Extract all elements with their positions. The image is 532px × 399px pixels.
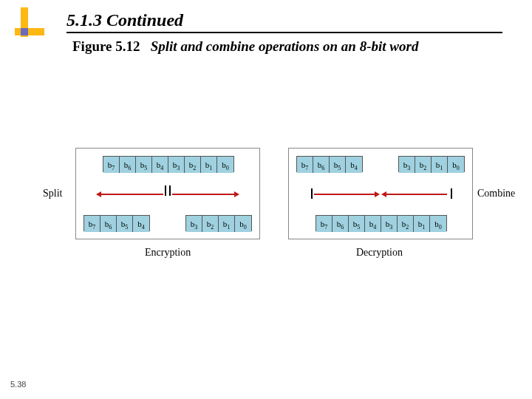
figure-caption: Split and combine operations on an 8-bit… [151, 38, 419, 54]
bit-cell: b7 [103, 157, 120, 173]
arrow-split-left [101, 194, 163, 195]
bit-cell: b2 [185, 157, 201, 173]
bit-cell: b1 [201, 157, 217, 173]
label-encryption: Encryption [145, 247, 191, 259]
tick-right-a [311, 188, 313, 199]
word-half-left-bottom: b7b6b5b4 [83, 215, 150, 231]
bit-cell: b2 [398, 216, 414, 232]
tick-left-a [165, 185, 166, 196]
arrow-combine-left [386, 194, 447, 195]
word-full-top-left: b7b6b5b4b3b2b1b0 [103, 156, 234, 172]
label-split: Split [43, 188, 62, 200]
bit-cell: b3 [186, 216, 202, 232]
tick-right-b [451, 188, 452, 199]
figure-diagram: b7b6b5b4b3b2b1b0 b7b6b5b4 b3b2b1b0 b7b6b… [44, 148, 488, 296]
arrow-combine-right [314, 194, 375, 195]
bit-cell: b0 [448, 157, 464, 173]
word-full-bottom-right: b7b6b5b4b3b2b1b0 [316, 215, 447, 231]
bit-cell: b1 [219, 216, 235, 232]
bit-cell: b0 [430, 216, 446, 232]
label-combine: Combine [477, 188, 515, 200]
bit-cell: b5 [136, 157, 152, 173]
bit-cell: b4 [133, 216, 149, 232]
bit-cell: b6 [120, 157, 136, 173]
bit-cell: b7 [297, 157, 313, 173]
word-half-right-top: b3b2b1b0 [398, 156, 465, 172]
bit-cell: b6 [313, 157, 330, 173]
bit-cell: b2 [202, 216, 219, 232]
slide-number: 5.38 [10, 380, 26, 389]
word-half-right-bottom: b3b2b1b0 [185, 215, 252, 231]
bit-cell: b5 [330, 157, 346, 173]
bit-cell: b0 [235, 216, 251, 232]
bit-cell: b5 [117, 216, 133, 232]
bit-cell: b5 [349, 216, 365, 232]
bit-cell: b0 [217, 157, 233, 173]
section-heading: 5.1.3 Continued [66, 10, 502, 33]
word-half-left-top: b7b6b5b4 [296, 156, 363, 172]
bit-cell: b4 [346, 157, 362, 173]
label-decryption: Decryption [356, 247, 403, 259]
bit-cell: b3 [399, 157, 415, 173]
bit-cell: b2 [415, 157, 432, 173]
slide-logo [15, 7, 44, 44]
arrow-split-right [172, 194, 234, 195]
figure-caption-line: Figure 5.12 Split and combine operations… [72, 38, 418, 55]
bit-cell: b1 [432, 157, 448, 173]
panel-encryption: b7b6b5b4b3b2b1b0 b7b6b5b4 b3b2b1b0 [75, 148, 260, 239]
bit-cell: b3 [381, 216, 398, 232]
bit-cell: b6 [100, 216, 117, 232]
bit-cell: b4 [152, 157, 168, 173]
bit-cell: b4 [365, 216, 381, 232]
bit-cell: b3 [168, 157, 185, 173]
bit-cell: b1 [414, 216, 430, 232]
tick-left-b [169, 185, 171, 196]
bit-cell: b6 [332, 216, 349, 232]
figure-number: Figure 5.12 [72, 38, 140, 54]
bit-cell: b7 [316, 216, 332, 232]
bit-cell: b7 [84, 216, 100, 232]
panel-decryption: b7b6b5b4 b3b2b1b0 b7b6b5b4b3b2b1b0 [288, 148, 473, 239]
